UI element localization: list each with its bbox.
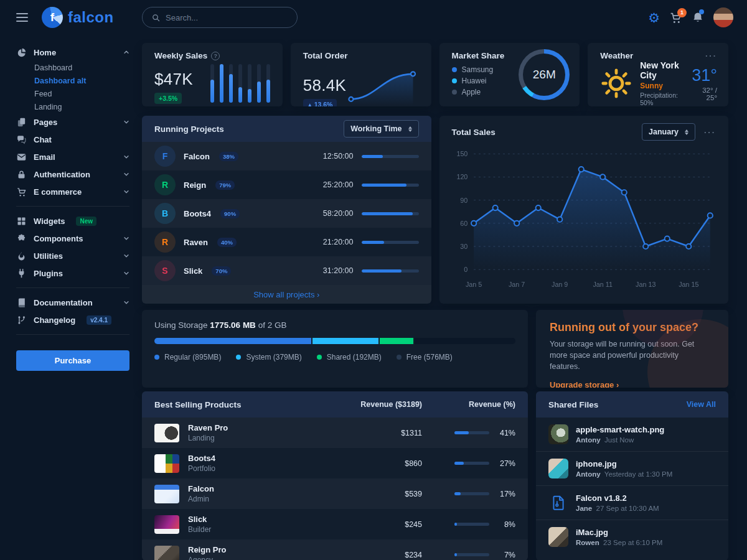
sidebar-item-label: Changelog xyxy=(34,315,75,325)
shopping-cart-icon[interactable]: 1 xyxy=(669,11,682,24)
project-progress-bar xyxy=(362,184,419,187)
market-share-card: Market Share SamsungHuaweiApple 26M xyxy=(439,43,580,106)
project-progress-bar xyxy=(362,269,419,273)
sidebar-subitem-landing[interactable]: Landing xyxy=(16,100,129,113)
sidebar-subitem-feed[interactable]: Feed xyxy=(16,87,129,100)
project-name-link[interactable]: Falcon xyxy=(184,152,210,161)
product-category: Builder xyxy=(188,525,211,534)
project-pct-badge: 38% xyxy=(219,152,238,161)
file-thumbnail xyxy=(548,527,568,547)
file-row-apple-smart-watch-png: apple-smart-watch.pngAntony Just Now xyxy=(536,418,728,451)
sidebar-subitem-dashboard-alt[interactable]: Dashboard alt xyxy=(16,74,129,87)
info-question-icon[interactable]: ? xyxy=(211,52,220,60)
product-name-link[interactable]: Reign Pro xyxy=(188,545,226,554)
sidebar-item-e-commerce[interactable]: E commerce xyxy=(16,183,129,200)
sidebar-item-widgets[interactable]: WidgetsNew xyxy=(16,212,129,230)
weather-condition: Sunny xyxy=(640,82,684,90)
storage-legend-label: System (379MB) xyxy=(246,353,301,362)
sidebar-badge: New xyxy=(76,217,96,226)
weather-range: 32° / 25° xyxy=(692,86,717,101)
legend-dot xyxy=(317,355,322,360)
product-pct-label: 41% xyxy=(496,429,515,437)
sidebar-item-utilities[interactable]: Utilities xyxy=(16,247,129,264)
grid-icon xyxy=(16,216,27,226)
search-input[interactable] xyxy=(166,13,288,22)
project-name-link[interactable]: Raven xyxy=(184,238,208,247)
product-name-link[interactable]: Boots4 xyxy=(188,454,215,463)
file-name-link[interactable]: Falcon v1.8.2 xyxy=(576,493,659,503)
svg-text:Jan 15: Jan 15 xyxy=(679,281,698,288)
menu-toggle-icon[interactable] xyxy=(16,13,28,22)
product-thumbnail xyxy=(154,424,179,442)
working-time-select[interactable]: Working Time xyxy=(344,120,418,138)
total-sales-menu-ellipsis-icon[interactable]: ··· xyxy=(704,128,716,137)
weekly-sales-bar xyxy=(210,64,214,103)
product-list: Raven ProLanding$131141%Boots4Portfolio$… xyxy=(142,418,528,560)
sidebar-item-chat[interactable]: Chat xyxy=(16,131,129,148)
file-time: Yesterday at 1:30 PM xyxy=(601,470,673,478)
weekly-sales-badge: +3.5% xyxy=(154,93,182,104)
total-sales-card: Total Sales January ··· 0306090120150Jan… xyxy=(439,116,729,304)
sidebar-item-authentication[interactable]: Authentication xyxy=(16,166,129,183)
weekly-sales-card: Weekly Sales ? $47K +3.5% xyxy=(142,43,283,106)
weather-temp: 31° xyxy=(692,66,717,85)
brand-logo[interactable]: f falcon xyxy=(42,7,114,28)
legend-label: Samsung xyxy=(462,65,494,74)
weekly-sales-value: $47K xyxy=(154,70,193,89)
working-time-value: Working Time xyxy=(350,124,402,133)
product-name-link[interactable]: Slick xyxy=(188,515,211,524)
sidebar-item-documentation[interactable]: Documentation xyxy=(16,294,129,311)
weather-menu-ellipsis-icon[interactable]: ··· xyxy=(705,51,717,60)
project-name-link[interactable]: Reign xyxy=(184,180,206,190)
sidebar-item-pages[interactable]: Pages xyxy=(16,113,129,131)
file-name-link[interactable]: iphone.jpg xyxy=(576,459,672,469)
month-select[interactable]: January xyxy=(642,123,695,141)
view-all-link[interactable]: View All xyxy=(687,400,716,409)
sidebar-item-email[interactable]: Email xyxy=(16,148,129,166)
file-name-link[interactable]: iMac.jpg xyxy=(576,528,662,537)
project-name-link[interactable]: Slick xyxy=(184,266,202,276)
storage-legend-item: Shared (192MB) xyxy=(317,353,382,362)
weekly-sales-bar xyxy=(220,64,223,103)
svg-text:90: 90 xyxy=(460,197,467,204)
sidebar-item-home[interactable]: Home xyxy=(16,44,129,61)
sidebar-subitem-dashboard[interactable]: Dashboard xyxy=(16,61,129,74)
search-icon xyxy=(151,13,161,22)
project-row-boots4: BBoots490%58:20:00 xyxy=(142,199,431,228)
product-category: Admin xyxy=(188,495,214,503)
search-box[interactable] xyxy=(142,7,298,28)
month-select-value: January xyxy=(649,128,679,136)
svg-text:120: 120 xyxy=(456,173,467,180)
storage-used: 1775.06 MB xyxy=(210,320,256,330)
sidebar-item-components[interactable]: Components xyxy=(16,230,129,247)
sun-icon xyxy=(600,67,632,100)
purchase-button[interactable]: Purchase xyxy=(16,350,129,371)
product-name-link[interactable]: Raven Pro xyxy=(188,423,228,432)
user-avatar[interactable] xyxy=(713,7,733,27)
sidebar-nav: HomeDashboardDashboard altFeedLandingPag… xyxy=(16,44,129,329)
file-row-falcon-v1-8-2: Falcon v1.8.2Jane 27 Sep at 10:30 AM xyxy=(536,485,728,520)
sidebar-item-label: E commerce xyxy=(34,187,82,197)
caret-up-icon: ▲ xyxy=(308,102,312,107)
file-name-link[interactable]: apple-smart-watch.png xyxy=(576,425,664,434)
product-name-link[interactable]: Falcon xyxy=(188,484,214,493)
chevron-down-icon xyxy=(123,235,129,241)
project-pct-badge: 70% xyxy=(212,266,231,276)
sidebar-item-changelog[interactable]: Changelogv2.4.1 xyxy=(16,311,129,329)
upgrade-storage-link[interactable]: Upgrade storage › xyxy=(550,380,619,388)
file-owner: Antony xyxy=(576,470,601,478)
weather-title: Weather xyxy=(600,51,633,60)
product-revenue: $860 xyxy=(347,459,422,468)
notifications-bell-icon[interactable] xyxy=(692,11,704,24)
show-all-projects-link[interactable]: Show all projects › xyxy=(142,285,431,304)
chart-pie-icon xyxy=(16,47,27,58)
project-pct-badge: 40% xyxy=(217,238,237,247)
settings-gear-icon[interactable]: ⚙ xyxy=(648,11,660,24)
project-row-reign: RReign79%25:20:00 xyxy=(142,170,431,199)
sidebar-divider xyxy=(16,206,129,207)
upgrade-space-card: Running out of your space? Your storage … xyxy=(536,310,728,388)
sidebar-item-plugins[interactable]: Plugins xyxy=(16,264,129,282)
project-name-link[interactable]: Boots4 xyxy=(184,209,211,218)
project-time: 58:20:00 xyxy=(315,209,354,218)
sort-icon xyxy=(408,126,412,132)
